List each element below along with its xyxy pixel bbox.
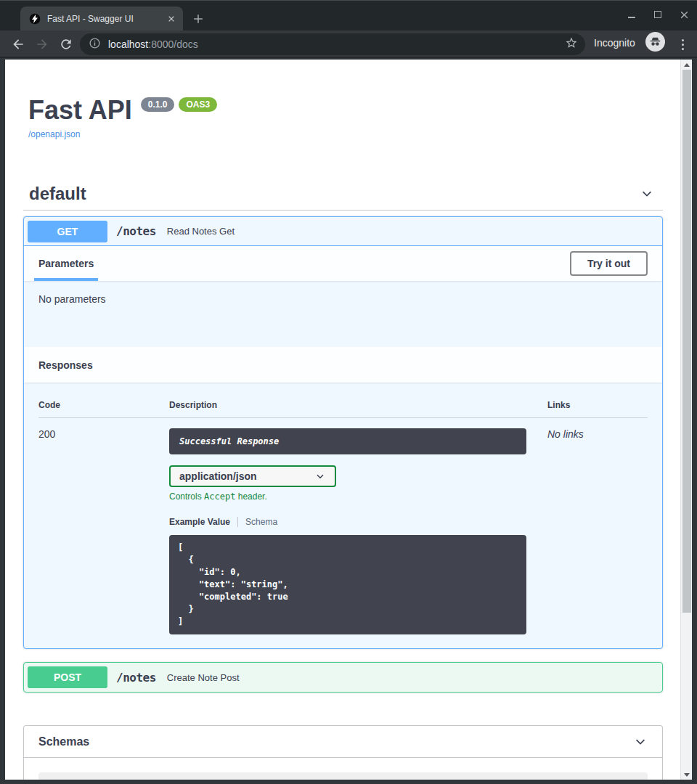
tab-title: Fast API - Swagger UI bbox=[47, 14, 166, 24]
window-close-icon[interactable] bbox=[678, 9, 690, 20]
menu-dots-icon[interactable] bbox=[676, 36, 689, 52]
get-summary-text: Read Notes Get bbox=[167, 226, 235, 237]
api-title-row: Fast API 0.1.0 OAS3 bbox=[28, 97, 663, 124]
response-links: No links bbox=[547, 428, 648, 454]
post-summary-text: Create Note Post bbox=[167, 672, 240, 683]
tab-close-icon[interactable] bbox=[166, 13, 177, 25]
get-path: /notes bbox=[116, 224, 156, 238]
column-links: Links bbox=[547, 400, 648, 410]
get-notes-opblock: GET /notes Read Notes Get Parameters Try… bbox=[23, 216, 663, 649]
scroll-up-icon[interactable] bbox=[681, 60, 693, 70]
page-scrollbar[interactable] bbox=[680, 60, 692, 780]
version-badge: 0.1.0 bbox=[141, 97, 175, 112]
tab-schema[interactable]: Schema bbox=[245, 517, 277, 527]
note-model[interactable]: Note bbox=[38, 772, 648, 780]
browser-tab[interactable]: Fast API - Swagger UI bbox=[20, 7, 183, 31]
parameters-body: No parameters bbox=[24, 281, 662, 347]
maximize-icon[interactable] bbox=[652, 9, 664, 20]
schemas-body: Note bbox=[24, 758, 662, 780]
no-parameters-text: No parameters bbox=[38, 293, 106, 305]
tag-section-header[interactable]: default bbox=[23, 184, 663, 211]
responses-header: Responses bbox=[24, 347, 662, 383]
forward-icon[interactable] bbox=[35, 37, 49, 52]
fastapi-favicon-icon bbox=[29, 13, 41, 25]
openapi-spec-link[interactable]: /openapi.json bbox=[28, 129, 80, 139]
post-notes-opblock: POST /notes Create Note Post bbox=[23, 662, 663, 693]
post-path: /notes bbox=[116, 671, 156, 685]
browser-toolbar: localhost:8000/docs Incognito bbox=[0, 30, 697, 58]
site-info-icon[interactable] bbox=[89, 37, 101, 52]
tab-divider bbox=[237, 517, 238, 527]
page-viewport: Fast API 0.1.0 OAS3 /openapi.json defaul… bbox=[5, 60, 680, 780]
media-type-value: application/json bbox=[179, 470, 257, 482]
post-notes-summary[interactable]: POST /notes Create Note Post bbox=[24, 663, 662, 692]
example-json-block: [ { "id": 0, "text": "string", "complete… bbox=[169, 535, 526, 634]
scroll-down-icon[interactable] bbox=[681, 769, 693, 780]
schemas-section: Schemas Note bbox=[23, 725, 663, 780]
url-text: localhost:8000/docs bbox=[108, 38, 565, 50]
schemas-header[interactable]: Schemas bbox=[24, 726, 662, 758]
incognito-label: Incognito bbox=[594, 37, 635, 49]
responses-title: Responses bbox=[38, 359, 93, 371]
chevron-down-icon[interactable] bbox=[640, 187, 654, 201]
minimize-icon[interactable] bbox=[626, 9, 637, 20]
response-code: 200 bbox=[38, 428, 169, 454]
example-tabs: Example Value Schema bbox=[169, 517, 547, 527]
tab-example-value[interactable]: Example Value bbox=[169, 517, 230, 527]
oas3-badge: OAS3 bbox=[179, 97, 217, 112]
column-description: Description bbox=[169, 400, 547, 410]
tag-name: default bbox=[29, 184, 86, 204]
incognito-icon bbox=[645, 32, 665, 52]
media-type-select[interactable]: application/json bbox=[169, 465, 336, 487]
try-it-out-button[interactable]: Try it out bbox=[570, 251, 648, 276]
scrollbar-thumb[interactable] bbox=[682, 70, 691, 613]
bookmark-star-icon[interactable] bbox=[565, 36, 578, 52]
response-description: Successful Response bbox=[179, 436, 279, 446]
chevron-down-icon bbox=[314, 470, 326, 482]
tab-strip: Fast API - Swagger UI bbox=[0, 0, 697, 30]
schemas-title: Schemas bbox=[38, 735, 89, 748]
get-method-badge: GET bbox=[28, 221, 107, 242]
parameters-header: Parameters Try it out bbox=[24, 246, 662, 281]
response-row-200: 200 Successful Response No links bbox=[38, 418, 648, 454]
new-tab-icon[interactable] bbox=[190, 11, 206, 27]
parameters-tab[interactable]: Parameters bbox=[38, 258, 94, 269]
post-method-badge: POST bbox=[28, 666, 107, 688]
chevron-down-icon[interactable] bbox=[633, 735, 648, 749]
reload-icon[interactable] bbox=[59, 37, 73, 52]
back-icon[interactable] bbox=[11, 37, 25, 52]
address-bar[interactable]: localhost:8000/docs bbox=[80, 33, 585, 55]
responses-table-header: Code Description Links bbox=[38, 400, 648, 418]
response-description-box: Successful Response bbox=[169, 428, 526, 454]
responses-body: Code Description Links 200 Successful Re… bbox=[24, 383, 662, 648]
accept-header-note: Controls Accept header. bbox=[169, 491, 547, 502]
window-controls bbox=[626, 9, 690, 20]
page-title: Fast API bbox=[28, 97, 132, 124]
get-notes-summary[interactable]: GET /notes Read Notes Get bbox=[24, 217, 662, 246]
column-code: Code bbox=[38, 400, 169, 410]
